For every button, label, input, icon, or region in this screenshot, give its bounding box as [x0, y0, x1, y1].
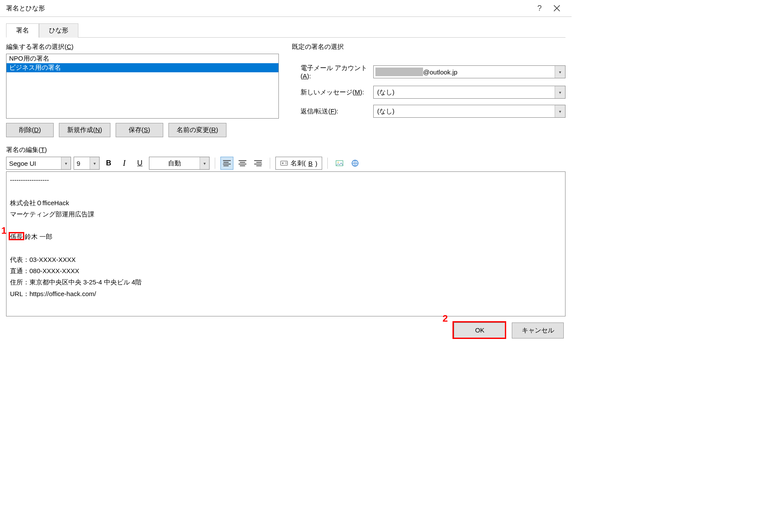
close-button[interactable]: [548, 2, 565, 15]
insert-picture-button[interactable]: [333, 157, 346, 170]
cancel-button[interactable]: キャンセル: [512, 322, 564, 339]
chevron-down-icon: ▾: [555, 66, 565, 78]
close-icon: [553, 4, 561, 12]
callout-number-2: 2: [443, 313, 448, 324]
tab-signature[interactable]: 署名: [6, 23, 39, 38]
rename-button[interactable]: 名前の変更(R): [168, 123, 226, 137]
underline-button[interactable]: U: [133, 157, 146, 170]
signature-button-row: 削除(D) 新規作成(N) 保存(S) 名前の変更(R): [6, 123, 279, 137]
business-card-button[interactable]: 名刺(B): [275, 157, 322, 170]
callout-box-1: [9, 232, 24, 240]
default-signature-section: 既定の署名の選択 電子メール アカウント(A): @outlook.jp ▾ 新…: [292, 43, 565, 137]
dialog-body: 署名 ひな形 編集する署名の選択(C) NPO用の署名 ビジネス用の署名 削除(…: [0, 16, 572, 316]
chevron-down-icon: ▾: [90, 157, 99, 169]
list-item[interactable]: NPO用の署名: [6, 54, 278, 63]
titlebar: 署名とひな形 ?: [0, 0, 572, 16]
help-button[interactable]: ?: [531, 2, 548, 15]
insert-hyperlink-button[interactable]: [349, 157, 362, 170]
align-left-button[interactable]: [220, 157, 233, 170]
save-button[interactable]: 保存(S): [116, 123, 163, 137]
separator: [327, 158, 328, 169]
email-account-combo[interactable]: @outlook.jp ▾: [373, 65, 565, 78]
signature-select-section: 編集する署名の選択(C) NPO用の署名 ビジネス用の署名 削除(D) 新規作成…: [6, 43, 279, 137]
email-account-value: @outlook.jp: [423, 68, 555, 76]
separator: [270, 158, 270, 169]
email-account-label: 電子メール アカウント(A):: [292, 64, 370, 80]
chevron-down-icon: ▾: [555, 86, 565, 98]
bold-button[interactable]: B: [102, 157, 115, 170]
delete-button[interactable]: 削除(D): [6, 123, 54, 137]
font-size-combo[interactable]: 9 ▾: [74, 157, 100, 170]
svg-point-1: [282, 162, 284, 164]
reply-forward-combo[interactable]: (なし) ▾: [373, 105, 565, 118]
signature-editor[interactable]: ------------------ 株式会社ＯfficeHack マーケティン…: [6, 171, 565, 316]
edit-signature-section: 署名の編集(T) Segoe UI ▾ 9 ▾ B I U 自動 ▾: [6, 146, 565, 316]
tab-strip: 署名 ひな形: [6, 23, 565, 38]
dialog-title: 署名とひな形: [6, 4, 45, 13]
chevron-down-icon: ▾: [61, 157, 71, 169]
default-signature-header: 既定の署名の選択: [292, 43, 565, 51]
select-signature-label: 編集する署名の選択(C): [6, 43, 279, 51]
callout-number-1: 1: [1, 225, 6, 236]
hyperlink-icon: [351, 159, 359, 167]
svg-point-3: [338, 162, 339, 163]
new-message-label: 新しいメッセージ(M):: [292, 88, 370, 97]
format-toolbar: Segoe UI ▾ 9 ▾ B I U 自動 ▾: [6, 157, 565, 170]
upper-row: 編集する署名の選択(C) NPO用の署名 ビジネス用の署名 削除(D) 新規作成…: [6, 43, 565, 137]
signature-listbox[interactable]: NPO用の署名 ビジネス用の署名: [6, 54, 279, 119]
align-right-button[interactable]: [252, 157, 265, 170]
separator: [215, 158, 215, 169]
edit-signature-label: 署名の編集(T): [6, 146, 565, 154]
picture-icon: [336, 159, 343, 167]
font-color-combo[interactable]: 自動 ▾: [149, 157, 210, 170]
chevron-down-icon: ▾: [200, 157, 209, 169]
list-item[interactable]: ビジネス用の署名: [6, 63, 278, 72]
new-button[interactable]: 新規作成(N): [59, 123, 110, 137]
reply-forward-value: (なし): [374, 107, 555, 116]
italic-button[interactable]: I: [118, 157, 131, 170]
reply-forward-label: 返信/転送(F):: [292, 107, 370, 116]
font-name-combo[interactable]: Segoe UI ▾: [6, 157, 71, 170]
new-message-combo[interactable]: (なし) ▾: [373, 86, 565, 99]
tab-stationery[interactable]: ひな形: [39, 23, 78, 38]
chevron-down-icon: ▾: [555, 105, 565, 117]
new-message-value: (なし): [374, 88, 555, 97]
email-masked-part: [375, 68, 423, 76]
business-card-icon: [280, 159, 288, 167]
align-center-button[interactable]: [236, 157, 249, 170]
callout-box-2: [452, 321, 506, 339]
svg-rect-0: [281, 161, 288, 165]
